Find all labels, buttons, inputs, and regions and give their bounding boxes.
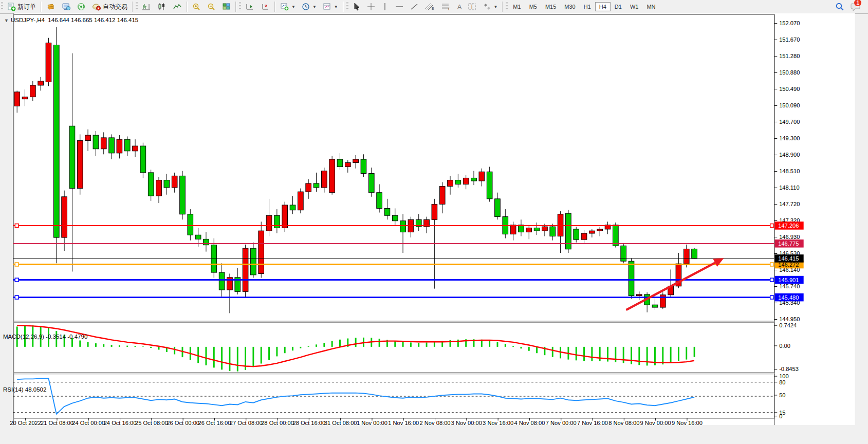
- candlestick-mode-button[interactable]: [155, 1, 169, 12]
- crosshair-tool-button[interactable]: [364, 1, 378, 12]
- text-label-icon: T: [468, 3, 477, 11]
- hline-price-tag-text: 147.206: [778, 223, 799, 229]
- cursor-tool-button[interactable]: [350, 1, 363, 12]
- bull-candle: [439, 187, 445, 205]
- hline-handle[interactable]: [770, 295, 774, 299]
- time-tick-label: 24 Oct 16:00: [104, 420, 137, 426]
- bull-candle: [30, 85, 35, 97]
- zoom-in-button[interactable]: [190, 1, 204, 12]
- hline-handle[interactable]: [15, 224, 19, 228]
- bull-candle: [589, 231, 595, 233]
- hline-handle[interactable]: [770, 224, 774, 228]
- svg-text:T: T: [470, 4, 473, 10]
- bull-candle: [526, 228, 532, 232]
- timeframe-w1-button[interactable]: W1: [626, 2, 643, 11]
- vertical-line-tool-button[interactable]: [379, 1, 391, 12]
- toolbar-grip[interactable]: [1, 2, 3, 11]
- price-tick-label: 151.670: [779, 36, 800, 43]
- clock-icon: [302, 3, 310, 11]
- new-order-button[interactable]: 新订单: [5, 1, 39, 13]
- toolbar-grip[interactable]: [506, 2, 508, 11]
- notifications-button[interactable]: 1: [848, 1, 863, 13]
- bull-candle: [510, 225, 516, 234]
- chart-shift-icon: [245, 3, 254, 11]
- bull-candle: [172, 176, 177, 188]
- auto-scroll-button[interactable]: [258, 1, 272, 12]
- text-label-tool-button[interactable]: T: [465, 1, 479, 12]
- trendline-tool-button[interactable]: [408, 1, 421, 12]
- bear-candle: [574, 229, 579, 239]
- toolbar-grip[interactable]: [136, 2, 138, 11]
- new-order-icon: [7, 3, 16, 11]
- bear-candle: [550, 227, 556, 236]
- indicator-tick-label: -0.8453: [779, 366, 799, 372]
- zoom-out-button[interactable]: [205, 1, 218, 12]
- toolbar-grip[interactable]: [346, 2, 348, 11]
- search-button[interactable]: [833, 1, 847, 13]
- signals-button[interactable]: [75, 1, 88, 12]
- indicator-tick-label: 0: [779, 413, 782, 419]
- bull-candle: [133, 146, 138, 151]
- tile-windows-button[interactable]: [219, 1, 233, 12]
- bear-candle: [148, 173, 154, 196]
- text-tool-button[interactable]: A: [455, 2, 465, 12]
- toolbar-grip[interactable]: [239, 2, 241, 11]
- bull-candle: [101, 138, 106, 149]
- hline-handle[interactable]: [15, 295, 19, 299]
- arrows-tool-button[interactable]: ▼: [481, 1, 500, 12]
- bear-candle: [495, 199, 501, 217]
- fibonacci-icon: F: [441, 3, 451, 11]
- horizontal-line-icon: [395, 3, 404, 11]
- horizontal-line-tool-button[interactable]: [392, 1, 407, 12]
- fibonacci-tool-button[interactable]: F: [438, 1, 454, 12]
- bear-candle: [204, 239, 209, 245]
- timeframe-m30-button[interactable]: M30: [560, 2, 579, 11]
- chart-shift-button[interactable]: [243, 1, 257, 12]
- symbol-ohlc-text: USDJPY-,H4 146.644 146.665 146.412 146.4…: [11, 17, 138, 23]
- time-tick-label: 4 Nov 08:00: [514, 420, 545, 426]
- timeframe-m1-button[interactable]: M1: [509, 2, 525, 11]
- dropdown-arrow-icon: ▼: [493, 5, 497, 9]
- rsi-indicator-label: RSI(14) 48.0502: [3, 386, 46, 393]
- bull-candle: [581, 233, 587, 239]
- navigator-button[interactable]: [59, 1, 73, 12]
- time-tick-label: 27 Oct 08:00: [230, 420, 263, 426]
- templates-button[interactable]: ▼: [320, 1, 341, 12]
- bear-candle: [384, 208, 390, 215]
- timeframe-h4-button[interactable]: H4: [595, 2, 611, 11]
- timeframe-h1-button[interactable]: H1: [580, 2, 595, 11]
- hline-handle[interactable]: [770, 263, 774, 266]
- new-chart-button[interactable]: ▼: [278, 1, 298, 12]
- auto-trading-button[interactable]: 自动交易: [89, 1, 130, 13]
- new-chart-icon: [280, 3, 289, 11]
- bear-candle: [109, 138, 115, 153]
- hline-handle[interactable]: [770, 278, 774, 282]
- period-button[interactable]: ▼: [299, 1, 319, 12]
- tile-windows-icon: [222, 3, 231, 11]
- bar-chart-mode-button[interactable]: [139, 1, 154, 12]
- dropdown-arrow-icon: ▼: [291, 5, 296, 9]
- chart-canvas[interactable]: 152.070151.670151.280150.880150.490150.0…: [0, 13, 868, 444]
- channel-tool-button[interactable]: E: [422, 1, 437, 12]
- line-chart-mode-button[interactable]: [170, 1, 184, 12]
- timeframe-mn-button[interactable]: MN: [642, 2, 659, 11]
- auto-scroll-icon: [261, 3, 270, 11]
- timeframe-d1-button[interactable]: D1: [611, 2, 626, 11]
- market-watch-button[interactable]: [44, 1, 58, 12]
- signals-icon: [77, 3, 86, 11]
- vertical-line-icon: [381, 3, 389, 11]
- bear-candle: [164, 180, 170, 188]
- text-tool-icon: A: [457, 3, 462, 11]
- timeframe-m5-button[interactable]: M5: [525, 2, 541, 11]
- bull-candle: [266, 215, 272, 231]
- indicator-tick-label: 0.00: [779, 343, 790, 349]
- one-click-trading-toggle[interactable]: ▼: [4, 18, 9, 23]
- time-tick-label: 3 Nov 16:00: [483, 420, 513, 426]
- time-tick-label: 24 Oct 00:00: [72, 420, 105, 426]
- hline-handle[interactable]: [15, 278, 19, 282]
- symbol-ohlc-label: ▼USDJPY-,H4 146.644 146.665 146.412 146.…: [4, 17, 138, 23]
- template-icon: [323, 3, 332, 11]
- timeframe-m15-button[interactable]: M15: [541, 2, 560, 11]
- price-tick-label: 150.880: [779, 69, 800, 76]
- hline-handle[interactable]: [15, 263, 19, 266]
